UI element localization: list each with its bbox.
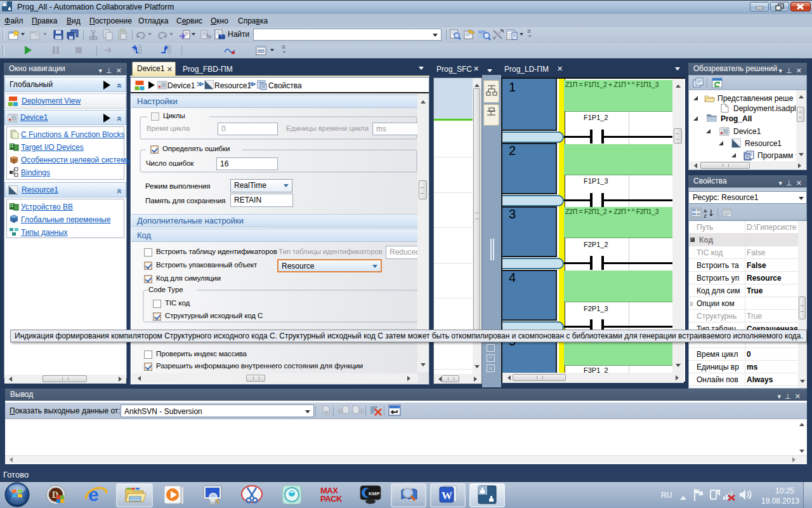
svg-text:KMP: KMP xyxy=(369,491,380,497)
svg-text:e: e xyxy=(88,484,99,505)
svg-text:Z: Z xyxy=(704,213,707,218)
svg-text:W: W xyxy=(442,490,452,502)
